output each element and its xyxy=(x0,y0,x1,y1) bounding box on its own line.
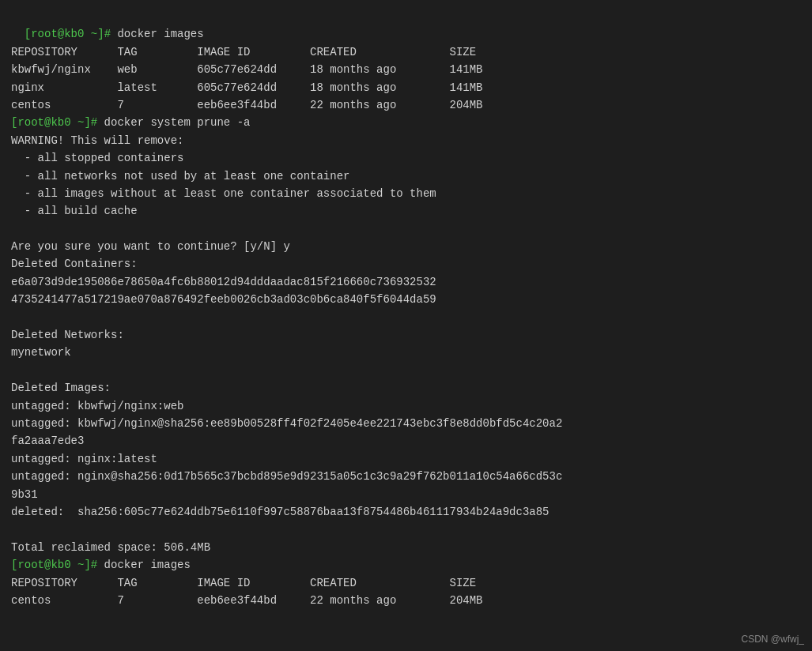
untagged-4: untagged: nginx@sha256:0d17b565c37bcbd89… xyxy=(11,470,562,483)
docker-images-header-2: REPOSITORY TAG IMAGE ID CREATED SIZE xyxy=(11,577,476,589)
reclaimed-space: Total reclaimed space: 506.4MB xyxy=(11,541,210,554)
docker-images-header: REPOSITORY TAG IMAGE ID CREATED SIZE xyxy=(11,46,476,58)
docker-images-row-2: nginx latest 605c77e624dd 18 months ago … xyxy=(11,81,483,94)
container-hash-2: 4735241477a517219ae070a876492feeb0026cb3… xyxy=(11,293,436,306)
deleted-images-header: Deleted Images: xyxy=(11,382,111,394)
warning-item-4: - all build cache xyxy=(11,205,138,217)
untagged-2-cont: fa2aaa7ede3 xyxy=(11,435,84,447)
untagged-3: untagged: nginx:latest xyxy=(11,453,157,465)
watermark: CSDN @wfwj_ xyxy=(741,634,804,645)
warning-line: WARNING! This will remove: xyxy=(11,134,183,147)
prompt-2: [root@kb0 ~]# docker system prune -a xyxy=(11,116,250,129)
warning-item-3: - all images without at least one contai… xyxy=(11,187,436,200)
untagged-4-cont: 9b31 xyxy=(11,488,38,501)
prompt-1: [root@kb0 ~]# docker images xyxy=(25,28,204,40)
warning-item-2: - all networks not used by at least one … xyxy=(11,170,349,183)
untagged-2: untagged: kbwfwj/nginx@sha256:ee89b00528… xyxy=(11,417,562,430)
deleted-networks-header: Deleted Networks: xyxy=(11,329,124,341)
deleted-hash: deleted: sha256:605c77e624ddb75e6110f997… xyxy=(11,506,550,518)
docker-images-row-3: centos 7 eeb6ee3f44bd 22 months ago 204M… xyxy=(11,99,483,111)
centos-row: centos 7 eeb6ee3f44bd 22 months ago 204M… xyxy=(11,594,483,607)
untagged-1: untagged: kbwfwj/nginx:web xyxy=(11,400,183,412)
container-hash-1: e6a073d9de195086e78650a4fc6b88012d94ddda… xyxy=(11,276,436,288)
terminal-output: [root@kb0 ~]# docker images REPOSITORY T… xyxy=(11,8,801,609)
deleted-containers-header: Deleted Containers: xyxy=(11,258,138,270)
network-name: mynetwork xyxy=(11,346,71,359)
docker-images-row-1: kbwfwj/nginx web 605c77e624dd 18 months … xyxy=(11,63,483,76)
warning-item-1: - all stopped containers xyxy=(11,152,183,164)
confirm-line: Are you sure you want to continue? [y/N]… xyxy=(11,240,290,253)
prompt-3: [root@kb0 ~]# docker images xyxy=(11,559,191,571)
